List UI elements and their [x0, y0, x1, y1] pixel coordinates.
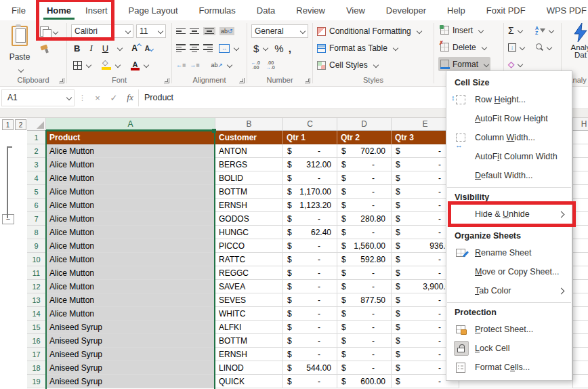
customer-cell[interactable]: ALFKI — [215, 321, 283, 334]
row-number[interactable]: 1 — [27, 131, 46, 144]
number-dialog-launcher-icon[interactable] — [305, 78, 310, 83]
product-cell[interactable]: Aniseed Syrup — [46, 348, 215, 361]
clipboard-dialog-launcher-icon[interactable] — [59, 78, 64, 83]
qtr2-cell[interactable]: $- — [337, 348, 392, 361]
menu-item-move-or-copy-sheet[interactable]: Move or Copy Sheet... — [446, 262, 572, 281]
customer-cell[interactable]: GODOS — [215, 212, 283, 226]
empty-cell[interactable] — [572, 131, 588, 144]
tab-wps-pdf[interactable]: WPS PDF — [545, 1, 588, 20]
outline-collapse-button[interactable]: − — [2, 214, 14, 224]
menu-item-default-width[interactable]: Default Width... — [446, 166, 572, 185]
copy-button[interactable] — [38, 26, 60, 37]
formula-bar-splitter[interactable]: ⋮ — [75, 94, 89, 102]
row-number[interactable]: 4 — [27, 171, 46, 185]
product-cell[interactable]: Alice Mutton — [46, 212, 215, 226]
qtr1-cell[interactable]: $- — [283, 307, 337, 321]
customer-cell[interactable]: RATTC — [215, 253, 283, 266]
qtr1-cell[interactable]: $- — [283, 239, 337, 253]
qtr2-cell[interactable]: $600.00 — [337, 375, 392, 388]
row-number[interactable]: 10 — [27, 253, 46, 266]
row-number[interactable]: 6 — [27, 199, 46, 212]
font-color-button[interactable]: A — [129, 60, 150, 70]
menu-item-format-cells[interactable]: Format Cells... — [446, 358, 572, 377]
qtr2-cell[interactable]: $- — [337, 226, 392, 239]
increase-decimal-button[interactable]: ←.0.00 — [251, 60, 260, 70]
tab-data[interactable]: Data — [255, 1, 276, 20]
empty-cell[interactable] — [572, 280, 588, 293]
tab-view[interactable]: View — [345, 1, 366, 20]
menu-item-rename-sheet[interactable]: Rename Sheet — [446, 243, 572, 262]
row-number[interactable]: 11 — [27, 266, 46, 280]
align-center-icon[interactable] — [190, 44, 199, 52]
decrease-indent-icon[interactable]: ←≡ — [176, 62, 186, 68]
conditional-formatting-button[interactable]: Conditional Formatting — [317, 24, 421, 38]
outline-level-1-button[interactable]: 1 — [2, 119, 14, 130]
empty-cell[interactable] — [572, 361, 588, 375]
menu-item-hide-unhide[interactable]: Hide & Unhide — [446, 205, 572, 224]
outline-level-2-button[interactable]: 2 — [15, 119, 26, 130]
empty-cell[interactable] — [572, 307, 588, 321]
customer-cell[interactable]: ERNSH — [215, 199, 283, 212]
empty-cell[interactable] — [572, 375, 588, 388]
qtr2-cell[interactable]: $- — [337, 361, 392, 375]
insert-cells-button[interactable]: Insert — [438, 23, 485, 37]
delete-cells-button[interactable]: Delete — [438, 40, 488, 54]
customer-cell[interactable]: QUICK — [215, 375, 283, 388]
qtr1-cell[interactable]: $- — [283, 253, 337, 266]
header-cell-product[interactable]: Product — [46, 131, 215, 144]
qtr2-cell[interactable]: $877.50 — [337, 293, 392, 307]
format-painter-button[interactable] — [38, 44, 60, 54]
qtr2-cell[interactable]: $- — [337, 321, 392, 334]
tab-page-layout[interactable]: Page Layout — [127, 1, 180, 20]
qtr1-cell[interactable]: $- — [283, 375, 337, 388]
increase-font-size-button[interactable]: A — [131, 43, 141, 53]
confirm-entry-button[interactable]: ✓ — [106, 93, 122, 103]
column-header-h[interactable]: H — [572, 118, 588, 131]
customer-cell[interactable]: ERNSH — [215, 348, 283, 361]
tab-home[interactable]: Home — [45, 1, 72, 20]
customer-cell[interactable]: SEVES — [215, 293, 283, 307]
qtr1-cell[interactable]: $- — [283, 266, 337, 280]
product-cell[interactable]: Alice Mutton — [46, 185, 215, 199]
qtr1-cell[interactable]: $- — [283, 212, 337, 226]
percent-style-button[interactable]: % — [274, 43, 283, 54]
accounting-format-button[interactable]: $ — [251, 42, 270, 55]
fill-color-button[interactable] — [100, 60, 122, 70]
row-number[interactable]: 19 — [27, 375, 46, 388]
borders-button[interactable] — [71, 60, 93, 70]
tab-insert[interactable]: Insert — [84, 1, 109, 20]
tab-developer[interactable]: Developer — [385, 1, 427, 20]
product-cell[interactable]: Alice Mutton — [46, 293, 215, 307]
orientation-button[interactable]: ab↺ — [219, 27, 234, 35]
qtr2-cell[interactable]: $- — [337, 280, 392, 293]
tab-foxit-pdf[interactable]: Foxit PDF — [485, 1, 527, 20]
font-name-combo[interactable]: Calibri — [71, 24, 133, 38]
bold-button[interactable]: B — [71, 43, 83, 54]
qtr1-cell[interactable]: $1,170.00 — [283, 185, 337, 199]
name-box[interactable]: A1 — [1, 89, 75, 106]
insert-function-button[interactable]: fx — [122, 92, 138, 103]
product-cell[interactable]: Alice Mutton — [46, 158, 215, 171]
font-size-combo[interactable]: 11 — [136, 24, 166, 38]
name-box-dropdown[interactable] — [62, 96, 74, 100]
empty-cell[interactable] — [572, 212, 588, 226]
customer-cell[interactable]: BOTTM — [215, 185, 283, 199]
row-number[interactable]: 9 — [27, 239, 46, 253]
qtr2-cell[interactable]: $- — [337, 266, 392, 280]
customer-cell[interactable]: ANTON — [215, 144, 283, 158]
customer-cell[interactable]: BOTTM — [215, 334, 283, 348]
qtr1-cell[interactable]: $- — [283, 334, 337, 348]
empty-cell[interactable] — [572, 144, 588, 158]
row-number[interactable]: 3 — [27, 158, 46, 171]
merge-center-button[interactable]: ↔ — [217, 43, 240, 54]
font-dialog-launcher-icon[interactable] — [164, 78, 169, 83]
customer-cell[interactable]: WHITC — [215, 307, 283, 321]
row-number[interactable]: 8 — [27, 226, 46, 239]
qtr1-cell[interactable]: $1,123.20 — [283, 199, 337, 212]
row-number[interactable]: 16 — [27, 334, 46, 348]
comma-style-button[interactable]: , — [289, 43, 291, 54]
qtr1-cell[interactable]: $- — [283, 171, 337, 185]
qtr1-cell[interactable]: $- — [283, 280, 337, 293]
column-header-b[interactable]: B — [215, 118, 283, 131]
product-cell[interactable]: Aniseed Syrup — [46, 375, 215, 388]
